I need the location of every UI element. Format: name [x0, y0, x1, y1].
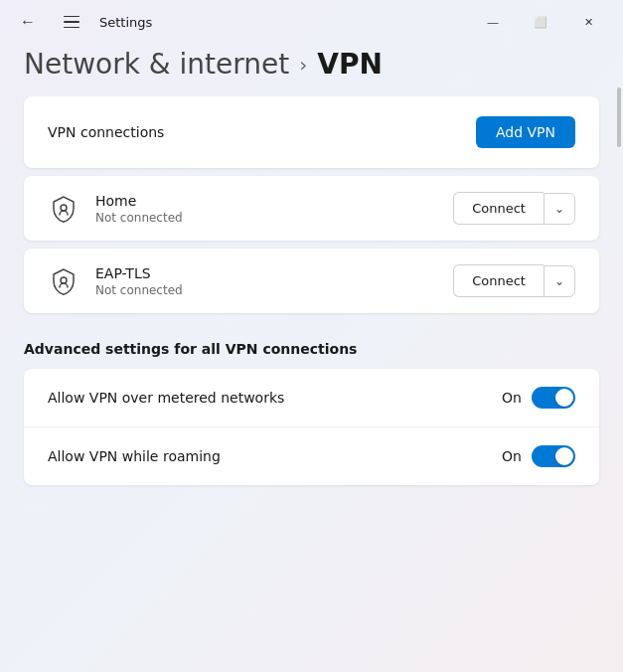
vpn-actions-eaptls: Connect ⌄ [453, 264, 575, 297]
advanced-settings-card: Allow VPN over metered networks On Allow… [24, 369, 599, 485]
close-button[interactable]: ✕ [565, 6, 611, 38]
toggle-metered[interactable] [532, 387, 575, 409]
vpn-actions-home: Connect ⌄ [453, 192, 575, 225]
vpn-status-eaptls: Not connected [95, 283, 453, 297]
svg-point-0 [61, 205, 67, 211]
setting-metered-right: On [502, 387, 575, 409]
hamburger-line-1 [64, 16, 79, 18]
menu-button[interactable] [56, 6, 87, 38]
main-content: VPN connections Add VPN Home Not connect… [0, 96, 623, 672]
vpn-shield-icon-eaptls [48, 265, 79, 297]
title-bar: ← Settings — ⬜ ✕ [0, 0, 623, 44]
setting-roaming-right: On [502, 445, 575, 467]
vpn-name-home: Home [95, 193, 453, 209]
breadcrumb: Network & internet › VPN [24, 48, 599, 81]
vpn-item-eaptls: EAP-TLS Not connected Connect ⌄ [24, 249, 599, 313]
page-header: Network & internet › VPN [0, 44, 623, 96]
hamburger-line-3 [64, 27, 79, 29]
back-icon: ← [20, 13, 36, 31]
title-bar-left: ← Settings [12, 6, 152, 38]
setting-roaming-label: Allow VPN while roaming [48, 448, 221, 464]
setting-roaming: Allow VPN while roaming On [24, 427, 599, 485]
scroll-track[interactable] [615, 44, 623, 672]
vpn-connections-label: VPN connections [48, 124, 164, 140]
vpn-connections-card: VPN connections Add VPN [24, 96, 599, 168]
connect-button-home[interactable]: Connect [453, 192, 544, 225]
toggle-roaming[interactable] [532, 445, 575, 467]
minimize-button[interactable]: — [470, 6, 516, 38]
window-controls: — ⬜ ✕ [470, 6, 611, 38]
vpn-name-eaptls: EAP-TLS [95, 265, 453, 281]
expand-button-home[interactable]: ⌄ [544, 193, 575, 225]
vpn-status-home: Not connected [95, 211, 453, 225]
window-title: Settings [99, 15, 152, 30]
connect-button-eaptls[interactable]: Connect [453, 264, 544, 297]
window: ← Settings — ⬜ ✕ Network & internet › VP… [0, 0, 623, 672]
setting-metered: Allow VPN over metered networks On [24, 369, 599, 426]
breadcrumb-parent[interactable]: Network & internet [24, 48, 289, 81]
add-vpn-button[interactable]: Add VPN [476, 116, 575, 148]
vpn-item-home: Home Not connected Connect ⌄ [24, 176, 599, 241]
maximize-button[interactable]: ⬜ [518, 6, 563, 38]
setting-roaming-value: On [502, 448, 522, 464]
svg-point-1 [61, 277, 67, 283]
setting-metered-value: On [502, 390, 522, 406]
breadcrumb-separator: › [299, 53, 307, 77]
chevron-down-icon-home: ⌄ [554, 202, 564, 216]
expand-button-eaptls[interactable]: ⌄ [544, 265, 575, 297]
vpn-info-eaptls: EAP-TLS Not connected [95, 265, 453, 297]
chevron-down-icon-eaptls: ⌄ [554, 274, 564, 288]
hamburger-line-2 [64, 21, 79, 23]
back-button[interactable]: ← [12, 6, 44, 38]
scroll-thumb[interactable] [617, 87, 621, 147]
advanced-section-label: Advanced settings for all VPN connection… [24, 321, 599, 369]
vpn-shield-icon-home [48, 193, 79, 225]
breadcrumb-current: VPN [317, 48, 383, 81]
vpn-info-home: Home Not connected [95, 193, 453, 225]
setting-metered-label: Allow VPN over metered networks [48, 390, 284, 406]
